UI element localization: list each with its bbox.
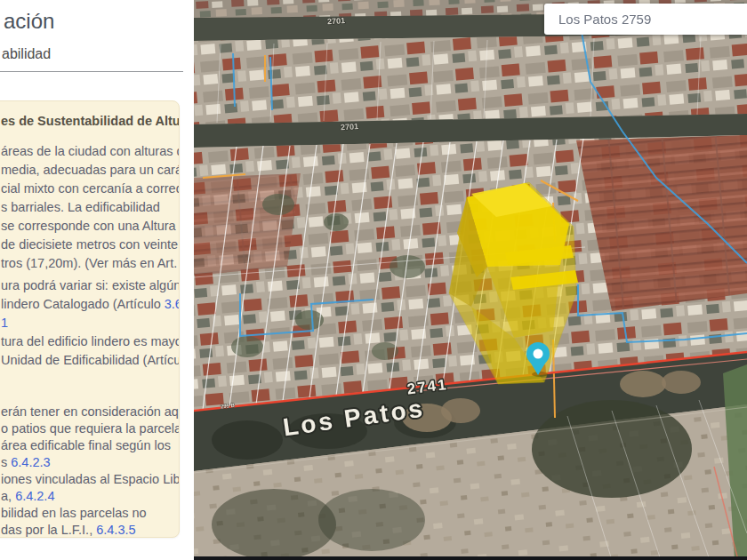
panel-text-line: ura podrá variar si: existe algún bbox=[1, 276, 180, 295]
panel-text-line: bilidad en las parcelas no bbox=[1, 505, 180, 522]
panel-text-line: erán tener en consideración aquellos bbox=[1, 404, 180, 420]
panel-text-line: tros (17,20m). (Ver más en Art. bbox=[1, 254, 180, 273]
panel-text-line: 1 bbox=[1, 314, 180, 332]
panel-text-line: área edificable final según los bbox=[1, 437, 180, 454]
panel-text: lindero Catalogado (Artículo bbox=[1, 297, 165, 311]
panel-text-line: lindero Catalogado (Artículo 3.6 bbox=[1, 295, 180, 314]
article-link-wrap[interactable]: 1 bbox=[1, 316, 8, 330]
article-link-3-6[interactable]: 3.6 bbox=[165, 297, 180, 311]
satellite-canvas: 2741 Los Patos 2701 2701 295 B bbox=[194, 0, 747, 560]
panel-text-line: o patios que requiera la parcela para bbox=[1, 420, 180, 437]
panel-text-line: das por la L.F.I., 6.4.3.5 bbox=[1, 522, 180, 538]
street-number-faint-mid: 2701 bbox=[341, 122, 359, 132]
panel-text-line: se corresponde con una Altura bbox=[1, 217, 180, 236]
panel-heading: es de Sustentabilidad de Altura bbox=[1, 112, 180, 130]
article-link-6-4-2-4[interactable]: 6.4.2.4 bbox=[15, 489, 54, 503]
panel-text: s bbox=[1, 455, 11, 469]
map-3d-view[interactable]: 2741 Los Patos 2701 2701 295 B bbox=[194, 0, 747, 560]
tab-sustentabilidad-fragment[interactable]: abilidad bbox=[2, 46, 51, 62]
article-link-6-4-3-5[interactable]: 6.4.3.5 bbox=[96, 523, 135, 537]
panel-paragraph-2: ura podrá variar si: existe algún linder… bbox=[1, 276, 180, 370]
panel-text-line: s barriales. La edificabilidad bbox=[1, 198, 180, 217]
panel-text-line: media, adecuadas para un carácter bbox=[1, 161, 180, 180]
sustainability-info-panel: es de Sustentabilidad de Altura áreas de… bbox=[0, 100, 180, 538]
panel-text-line: áreas de la ciudad con alturas de bbox=[1, 142, 180, 161]
panel-text-line: iones vinculadas al Espacio Libre de bbox=[1, 471, 180, 488]
panel-text: das por la L.F.I., bbox=[1, 523, 96, 537]
panel-text-line: de diecisiete metros con veinte bbox=[1, 236, 180, 254]
sidebar: ación abilidad es de Sustentabilidad de … bbox=[0, 0, 194, 560]
article-link-6-4-2-3[interactable]: 6.4.2.3 bbox=[11, 455, 50, 469]
page-title-fragment: ación bbox=[4, 9, 54, 34]
map-bottom-edge bbox=[194, 556, 747, 560]
panel-text: a, bbox=[1, 489, 15, 503]
address-search-input[interactable] bbox=[544, 4, 745, 35]
parcel-viewer-app: 2741 Los Patos 2701 2701 295 B ación abi… bbox=[0, 0, 747, 560]
panel-paragraph-3: erán tener en consideración aquellos o p… bbox=[1, 404, 180, 538]
panel-paragraph-1: áreas de la ciudad con alturas de media,… bbox=[1, 142, 180, 273]
address-search-box[interactable] bbox=[544, 4, 747, 35]
panel-text-line: s 6.4.2.3 bbox=[1, 454, 180, 471]
street-number-faint-top: 2701 bbox=[327, 16, 346, 26]
sidebar-divider bbox=[0, 71, 183, 72]
panel-text-line: a, 6.4.2.4 bbox=[1, 488, 180, 505]
panel-text-line: Unidad de Edificabilidad (Artículo bbox=[1, 351, 180, 370]
panel-text-line: cial mixto con cercanía a corredores bbox=[1, 180, 180, 198]
panel-text-line: tura del edificio lindero es mayor a bbox=[1, 332, 180, 351]
